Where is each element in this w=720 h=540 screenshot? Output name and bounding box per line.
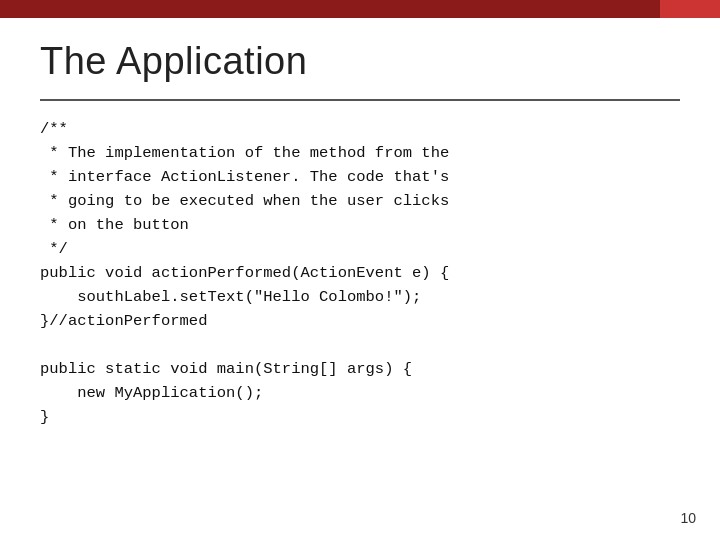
page-title: The Application [40,40,680,83]
top-bar [0,0,720,18]
code-block: /** * The implementation of the method f… [0,117,720,429]
divider [40,99,680,101]
title-section: The Application [0,18,720,93]
slide-number: 10 [680,510,696,526]
top-bar-accent [660,0,720,18]
